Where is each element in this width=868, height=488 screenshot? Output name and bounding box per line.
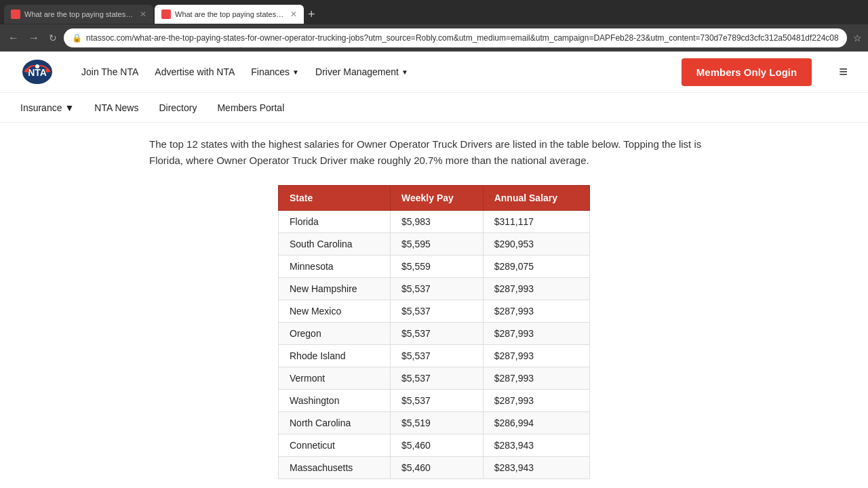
finances-arrow: ▼ <box>292 68 299 76</box>
address-bar[interactable]: 🔒 ntassoc.com/what-are-the-top-paying-st… <box>64 28 847 47</box>
cell-state: New Mexico <box>279 300 391 323</box>
nav-top-links: Join The NTA Advertise with NTA Finances… <box>81 66 661 77</box>
url-text: ntassoc.com/what-are-the-top-paying-stat… <box>86 33 839 43</box>
cell-weekly-pay: $5,595 <box>391 233 484 256</box>
cell-weekly-pay: $5,537 <box>391 390 484 412</box>
driver-mgmt-arrow: ▼ <box>401 68 408 76</box>
nav-members-portal[interactable]: Members Portal <box>217 102 284 113</box>
cell-annual-salary: $287,993 <box>483 367 589 390</box>
cell-annual-salary: $287,993 <box>483 345 589 367</box>
back-button[interactable]: ← <box>5 30 22 45</box>
cell-state: Massachusetts <box>279 457 391 479</box>
nav-advertise[interactable]: Advertise with NTA <box>155 66 235 77</box>
tab-favicon-2 <box>161 9 171 19</box>
members-login-button[interactable]: Members Only Login <box>682 58 812 86</box>
table-head: State Weekly Pay Annual Salary <box>279 186 590 211</box>
cell-annual-salary: $287,993 <box>483 323 589 345</box>
browser-tab-2[interactable]: What are the top paying states f... ✕ <box>155 5 304 24</box>
cell-weekly-pay: $5,537 <box>391 367 484 390</box>
site-nav-bottom: Insurance ▼ NTA News Directory Members P… <box>0 92 868 122</box>
tab-close-1[interactable]: ✕ <box>140 9 146 19</box>
browser-tabs: What are the top paying states f... ✕ Wh… <box>0 0 868 24</box>
cell-annual-salary: $289,075 <box>483 256 589 278</box>
nav-directory[interactable]: Directory <box>159 102 197 113</box>
forward-button[interactable]: → <box>26 30 42 45</box>
table-row: Vermont$5,537$287,993 <box>279 367 590 390</box>
tab-favicon-1 <box>11 9 20 19</box>
table-header-row: State Weekly Pay Annual Salary <box>279 186 590 211</box>
cell-weekly-pay: $5,537 <box>391 300 484 323</box>
table-row: Oregon$5,537$287,993 <box>279 323 590 345</box>
cell-annual-salary: $311,117 <box>483 211 589 233</box>
browser-tab-1[interactable]: What are the top paying states f... ✕ <box>4 5 153 24</box>
browser-chrome: What are the top paying states f... ✕ Wh… <box>0 0 868 52</box>
cell-annual-salary: $287,993 <box>483 278 589 300</box>
insurance-arrow: ▼ <box>64 102 74 113</box>
salary-table: State Weekly Pay Annual Salary Florida$5… <box>278 185 590 479</box>
nav-finances[interactable]: Finances ▼ <box>251 66 299 77</box>
site-nav-top: NTA Join The NTA Advertise with NTA Fina… <box>0 52 868 92</box>
col-header-state: State <box>279 186 391 211</box>
table-row: Florida$5,983$311,117 <box>279 211 590 233</box>
nav-nta-news[interactable]: NTA News <box>94 102 138 113</box>
table-row: New Mexico$5,537$287,993 <box>279 300 590 323</box>
cell-state: Florida <box>279 211 391 233</box>
nav-insurance[interactable]: Insurance ▼ <box>20 102 74 113</box>
site-header: NTA Join The NTA Advertise with NTA Fina… <box>0 52 868 123</box>
cell-weekly-pay: $5,537 <box>391 323 484 345</box>
cell-annual-salary: $283,943 <box>483 457 589 479</box>
cell-weekly-pay: $5,519 <box>391 412 484 434</box>
new-tab-button[interactable]: + <box>308 8 315 20</box>
table-row: Massachusetts$5,460$283,943 <box>279 457 590 479</box>
cell-state: Minnesota <box>279 256 391 278</box>
svg-text:NTA: NTA <box>28 67 47 78</box>
tab-close-2[interactable]: ✕ <box>290 9 297 19</box>
browser-toolbar: ← → ↻ 🔒 ntassoc.com/what-are-the-top-pay… <box>0 24 868 52</box>
col-header-annual-salary: Annual Salary <box>483 186 589 211</box>
table-row: Conneticut$5,460$283,943 <box>279 434 590 457</box>
table-row: Washington$5,537$287,993 <box>279 390 590 412</box>
logo-link[interactable]: NTA <box>20 58 54 85</box>
cell-weekly-pay: $5,537 <box>391 278 484 300</box>
cell-weekly-pay: $5,983 <box>391 211 484 233</box>
cell-annual-salary: $283,943 <box>483 434 589 457</box>
nav-driver-management[interactable]: Driver Management ▼ <box>315 66 408 77</box>
cell-state: Conneticut <box>279 434 391 457</box>
cell-weekly-pay: $5,460 <box>391 434 484 457</box>
table-body: Florida$5,983$311,117South Carolina$5,59… <box>279 211 590 479</box>
cell-state: North Carolina <box>279 412 391 434</box>
tab-title-2: What are the top paying states f... <box>175 10 285 18</box>
col-header-weekly-pay: Weekly Pay <box>391 186 484 211</box>
cell-annual-salary: $290,953 <box>483 233 589 256</box>
hamburger-menu[interactable]: ≡ <box>839 63 848 81</box>
intro-paragraph: The top 12 states with the highest salar… <box>149 136 719 169</box>
cell-state: Rhode Island <box>279 345 391 367</box>
logo-image: NTA <box>20 58 54 85</box>
table-row: New Hampshire$5,537$287,993 <box>279 278 590 300</box>
table-row: Rhode Island$5,537$287,993 <box>279 345 590 367</box>
svg-point-3 <box>35 64 39 68</box>
ssl-icon: 🔒 <box>72 33 82 43</box>
nav-join-nta[interactable]: Join The NTA <box>81 66 138 77</box>
svg-point-4 <box>45 68 50 73</box>
cell-state: Washington <box>279 390 391 412</box>
cell-weekly-pay: $5,537 <box>391 345 484 367</box>
cell-weekly-pay: $5,559 <box>391 256 484 278</box>
table-row: Minnesota$5,559$289,075 <box>279 256 590 278</box>
svg-point-2 <box>25 68 29 73</box>
table-row: North Carolina$5,519$286,994 <box>279 412 590 434</box>
cell-annual-salary: $287,993 <box>483 390 589 412</box>
browser-toolbar-icons: ☆ ⬡ 👤 ⋮ <box>851 31 868 45</box>
tab-title-1: What are the top paying states f... <box>24 10 134 18</box>
cell-weekly-pay: $5,460 <box>391 457 484 479</box>
cell-state: South Carolina <box>279 233 391 256</box>
cell-annual-salary: $286,994 <box>483 412 589 434</box>
cell-annual-salary: $287,993 <box>483 300 589 323</box>
cell-state: New Hampshire <box>279 278 391 300</box>
reload-button[interactable]: ↻ <box>46 31 60 45</box>
star-icon[interactable]: ☆ <box>851 31 865 45</box>
table-row: South Carolina$5,595$290,953 <box>279 233 590 256</box>
cell-state: Vermont <box>279 367 391 390</box>
main-content: The top 12 states with the highest salar… <box>129 123 739 488</box>
cell-state: Oregon <box>279 323 391 345</box>
